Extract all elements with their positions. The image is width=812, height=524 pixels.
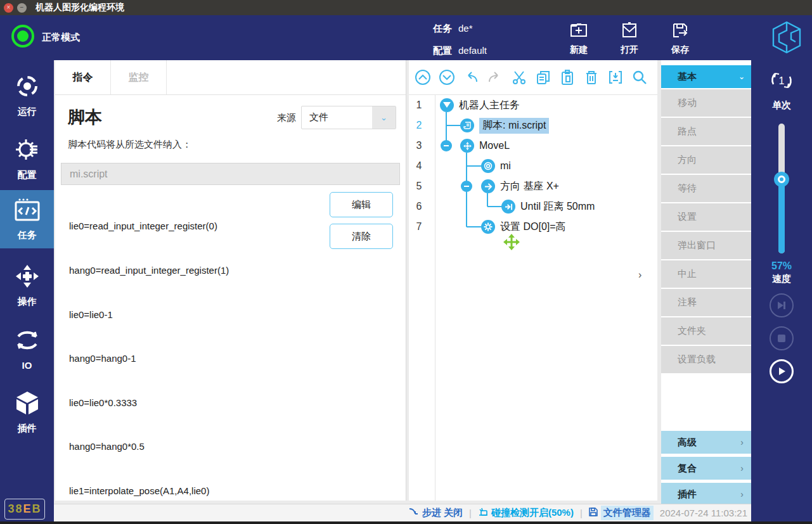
app-logo-icon bbox=[770, 20, 803, 57]
sidebar-item-run[interactable]: 运行 bbox=[0, 67, 54, 125]
clear-button[interactable]: 清除 bbox=[330, 224, 393, 249]
io-cycle-icon bbox=[15, 328, 40, 355]
sidebar-item-config[interactable]: 配置 bbox=[0, 130, 54, 188]
command-group-advanced[interactable]: 高级 › bbox=[661, 431, 751, 454]
separator: | bbox=[580, 508, 583, 518]
code-line: hang0=hang0*0.5 bbox=[69, 439, 323, 454]
task-value: de* bbox=[458, 23, 473, 35]
sidebar-item-task[interactable]: 任务 bbox=[0, 190, 54, 248]
source-select[interactable]: 文件 ⌄ bbox=[301, 106, 396, 129]
new-file-icon bbox=[569, 31, 588, 42]
move-up-icon[interactable] bbox=[414, 68, 432, 86]
collapse-node-icon[interactable] bbox=[461, 181, 472, 192]
command-category-basic[interactable]: 基本 ⌄ bbox=[661, 65, 751, 88]
speed-slider[interactable] bbox=[778, 124, 785, 253]
waypoint-node-icon[interactable] bbox=[481, 159, 495, 173]
open-file-icon bbox=[620, 31, 639, 42]
script-code-block: lie0=read_input_integer_register(0) hang… bbox=[69, 189, 323, 524]
bottom-edge bbox=[0, 521, 812, 524]
command-item-set[interactable]: 设置 bbox=[661, 203, 751, 231]
mode-indicator-icon bbox=[11, 25, 34, 48]
file-manager-status[interactable]: 文件管理器 bbox=[589, 506, 654, 520]
direction-node-icon[interactable] bbox=[481, 179, 495, 193]
set-node-icon[interactable] bbox=[481, 220, 495, 234]
delete-icon[interactable] bbox=[583, 68, 600, 86]
run-control-column: 1 单次 57% 速度 bbox=[751, 60, 812, 524]
cube-icon bbox=[15, 390, 40, 418]
script-node-icon[interactable] bbox=[460, 118, 474, 132]
separator: | bbox=[469, 508, 472, 518]
command-panel: 基本 ⌄ 移动 路点 方向 等待 设置 弹出窗口 中止 注释 文件夹 设置负载 … bbox=[661, 60, 751, 506]
until-node-icon[interactable] bbox=[501, 200, 515, 214]
chevron-right-icon: › bbox=[740, 463, 744, 473]
save-button[interactable]: 保存 bbox=[657, 21, 703, 56]
config-label: 配置 bbox=[433, 45, 452, 57]
command-group-composite[interactable]: 复合 › bbox=[661, 457, 751, 480]
movel-node-icon[interactable] bbox=[460, 139, 474, 153]
command-item-folder[interactable]: 文件夹 bbox=[661, 317, 751, 345]
collapse-node-icon[interactable] bbox=[441, 140, 452, 151]
status-bar: 步进 关闭 | 碰撞检测开启(50%) | 文件管理器 2024-07-24 1… bbox=[54, 504, 751, 521]
gear-icon bbox=[15, 137, 40, 165]
new-button[interactable]: 新建 bbox=[556, 21, 602, 56]
tree-row[interactable]: 6 Until 距离 50mm bbox=[409, 196, 657, 217]
sidebar-item-io[interactable]: IO bbox=[0, 320, 54, 378]
cut-icon[interactable] bbox=[510, 68, 528, 86]
copy-icon[interactable] bbox=[534, 68, 552, 86]
tree-row[interactable]: 7 设置 DO[0]=高 bbox=[409, 217, 657, 237]
stop-button[interactable] bbox=[770, 326, 794, 350]
sidebar-item-plugin[interactable]: 插件 bbox=[0, 383, 54, 442]
code-line: lie0=lie0-1 bbox=[69, 307, 323, 322]
tree-row[interactable]: 5 方向 基座 X+ bbox=[409, 176, 657, 196]
command-item-waypoint[interactable]: 路点 bbox=[661, 118, 751, 145]
undo-icon[interactable] bbox=[462, 68, 480, 86]
code-line: lie0=read_input_integer_register(0) bbox=[69, 219, 323, 233]
command-item-wait[interactable]: 等待 bbox=[661, 175, 751, 202]
redo-icon[interactable] bbox=[486, 68, 504, 86]
floppy-icon bbox=[589, 508, 598, 518]
single-cycle-icon: 1 bbox=[768, 86, 796, 96]
window-close-button[interactable]: × bbox=[4, 3, 13, 13]
header-actions: 新建 打开 保存 bbox=[556, 21, 703, 56]
chevron-right-icon: › bbox=[740, 437, 744, 447]
step-icon bbox=[409, 508, 419, 518]
tree-row[interactable]: 3 MoveL bbox=[409, 136, 657, 156]
tab-monitor[interactable]: 监控 bbox=[111, 60, 167, 94]
command-item-abort[interactable]: 中止 bbox=[661, 260, 751, 288]
step-forward-button[interactable] bbox=[770, 293, 794, 317]
single-count: 1 bbox=[779, 75, 785, 86]
search-icon[interactable] bbox=[631, 68, 648, 86]
panel-collapse-handle[interactable]: › bbox=[638, 269, 641, 281]
command-group-plugin[interactable]: 插件 › bbox=[661, 483, 751, 506]
speed-slider-thumb[interactable] bbox=[774, 172, 789, 187]
task-root-icon[interactable] bbox=[440, 98, 454, 112]
command-item-direction[interactable]: 方向 bbox=[661, 146, 751, 174]
window-minimize-button[interactable]: − bbox=[17, 3, 27, 13]
command-item-move[interactable]: 移动 bbox=[661, 89, 751, 117]
command-item-payload[interactable]: 设置负载 bbox=[661, 346, 751, 373]
move-arrows-icon bbox=[15, 264, 40, 291]
sidebar-item-operate[interactable]: 操作 bbox=[0, 257, 54, 315]
move-down-icon[interactable] bbox=[438, 68, 456, 86]
tree-row[interactable]: 4 mi bbox=[409, 156, 657, 176]
edit-button[interactable]: 编辑 bbox=[330, 192, 393, 217]
command-item-comment[interactable]: 注释 bbox=[661, 289, 751, 316]
script-file-input[interactable]: mi.script bbox=[61, 163, 400, 185]
drop-target-icon bbox=[503, 234, 520, 253]
merge-icon[interactable] bbox=[607, 68, 624, 86]
collision-status[interactable]: 碰撞检测开启(50%) bbox=[478, 507, 574, 519]
tab-instruction[interactable]: 指令 bbox=[55, 60, 111, 94]
play-button[interactable] bbox=[770, 359, 794, 383]
tree-toolbar bbox=[409, 60, 657, 95]
config-row: 配置 default bbox=[433, 45, 487, 57]
tree-row[interactable]: 1 机器人主任务 bbox=[409, 95, 657, 115]
single-run-control[interactable]: 1 单次 bbox=[751, 67, 812, 112]
paste-icon[interactable] bbox=[558, 68, 576, 86]
command-item-popup[interactable]: 弹出窗口 bbox=[661, 232, 751, 259]
step-mode-status[interactable]: 步进 关闭 bbox=[409, 507, 463, 519]
tree-row[interactable]: 2 脚本: mi.script bbox=[409, 115, 657, 136]
run-icon bbox=[15, 73, 40, 101]
speed-slider-fill bbox=[778, 179, 785, 253]
collision-icon bbox=[478, 508, 488, 519]
open-button[interactable]: 打开 bbox=[607, 21, 652, 56]
